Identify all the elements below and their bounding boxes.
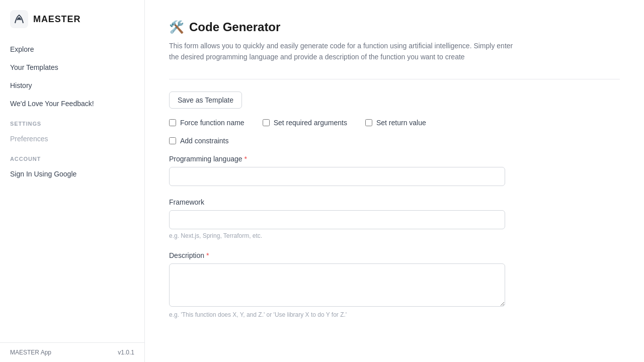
page-title-emoji: 🛠️ (169, 20, 184, 34)
description-label: Description * (169, 251, 620, 259)
checkbox-set-return-value-input[interactable] (365, 119, 372, 126)
framework-label: Framework (169, 198, 620, 206)
sidebar-item-history[interactable]: History (0, 76, 144, 95)
sidebar-section-settings: SETTINGS (0, 113, 144, 130)
footer-app-version: v1.0.1 (118, 349, 134, 356)
form-group-programming-language: Programming language * (169, 155, 620, 186)
checkbox-force-function-name-input[interactable] (169, 119, 176, 126)
checkbox-force-function-name[interactable]: Force function name (169, 119, 245, 127)
sidebar-item-feedback[interactable]: We'd Love Your Feedback! (0, 95, 144, 113)
sidebar-navigation: Explore Your Templates History We'd Love… (0, 36, 144, 342)
programming-language-label: Programming language * (169, 155, 620, 163)
sidebar-footer: MAESTER App v1.0.1 (0, 342, 144, 362)
checkbox-set-return-value-label: Set return value (376, 119, 426, 127)
page-description: This form allows you to quickly and easi… (169, 40, 521, 63)
sidebar-item-your-templates[interactable]: Your Templates (0, 58, 144, 76)
checkbox-add-constraints-input[interactable] (169, 137, 176, 144)
form-group-framework: Framework e.g. Next.js, Spring, Terrafor… (169, 198, 620, 239)
sidebar-item-preferences: Preferences (0, 130, 144, 148)
sidebar: MAESTER Explore Your Templates History W… (0, 0, 145, 362)
svg-point-1 (18, 18, 20, 20)
app-title: MAESTER (33, 14, 80, 25)
programming-language-required: * (245, 155, 247, 163)
save-template-button[interactable]: Save as Template (169, 92, 242, 109)
checkbox-set-required-arguments-label: Set required arguments (274, 119, 347, 127)
programming-language-input[interactable] (169, 167, 505, 186)
description-hint: e.g. 'This function does X, Y, and Z.' o… (169, 311, 620, 318)
page-title: 🛠️ Code Generator (169, 20, 620, 34)
sidebar-item-explore[interactable]: Explore (0, 40, 144, 58)
description-textarea[interactable] (169, 263, 505, 307)
framework-hint: e.g. Next.js, Spring, Terraform, etc. (169, 232, 620, 239)
checkbox-add-constraints-label: Add constraints (180, 137, 229, 145)
sidebar-logo: MAESTER (0, 0, 144, 36)
checkbox-set-required-arguments-input[interactable] (263, 119, 270, 126)
checkbox-row-1: Force function name Set required argumen… (169, 119, 620, 127)
sidebar-item-sign-in-google[interactable]: Sign In Using Google (0, 165, 144, 183)
checkbox-set-return-value[interactable]: Set return value (365, 119, 426, 127)
main-content: 🛠️ Code Generator This form allows you t… (145, 0, 644, 362)
framework-input[interactable] (169, 210, 505, 229)
checkbox-row-2: Add constraints (169, 137, 620, 145)
sidebar-section-account: ACCOUNT (0, 148, 144, 165)
divider (169, 79, 620, 79)
checkbox-force-function-name-label: Force function name (180, 119, 245, 127)
page-title-text: Code Generator (189, 20, 280, 34)
footer-app-label: MAESTER App (10, 349, 51, 356)
form-group-description: Description * e.g. 'This function does X… (169, 251, 620, 318)
checkbox-set-required-arguments[interactable]: Set required arguments (263, 119, 347, 127)
description-required: * (206, 251, 209, 259)
page-header: 🛠️ Code Generator This form allows you t… (169, 20, 620, 63)
checkbox-add-constraints[interactable]: Add constraints (169, 137, 229, 145)
maester-logo-icon (10, 10, 28, 28)
